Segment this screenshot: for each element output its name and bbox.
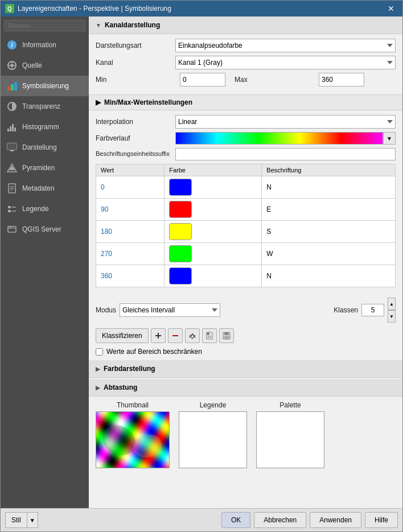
abtastung-arrow: ▶: [96, 385, 100, 391]
farbverlauf-label: Farbverlauf: [96, 134, 175, 142]
svg-rect-12: [7, 129, 9, 131]
table-row: 0N: [96, 176, 396, 199]
sidebar-item-label: Histogramm: [22, 123, 59, 131]
klassen-input[interactable]: [361, 304, 384, 316]
kanal-select[interactable]: Kanal 1 (Gray): [175, 56, 396, 69]
stil-dropdown-button[interactable]: ▼: [27, 512, 38, 528]
interpolation-select[interactable]: Linear Diskret Exakt: [175, 115, 396, 129]
qgis-server-icon: [6, 224, 18, 235]
restrict-checkbox[interactable]: [96, 348, 103, 356]
palette-label: Palette: [279, 401, 301, 409]
add-class-button[interactable]: [151, 328, 166, 343]
minmax-settings-header[interactable]: ▶ Min/Max-Werteinstellungen: [89, 94, 402, 110]
beschriftung-input[interactable]: [175, 148, 396, 160]
darstellung-icon: [6, 142, 18, 153]
min-label: Min: [96, 76, 175, 84]
interpolation-label: Interpolation: [96, 118, 175, 126]
modus-select[interactable]: Gleiches Intervall Quantil Natürliche Un…: [120, 303, 220, 317]
color-swatch[interactable]: [169, 223, 192, 240]
close-button[interactable]: ✕: [384, 3, 398, 14]
col-wert: Wert: [96, 164, 165, 176]
svg-rect-10: [14, 82, 17, 90]
cell-beschriftung: W: [262, 243, 396, 265]
titlebar: Q Layereigenschaften - Perspektive | Sym…: [1, 1, 402, 17]
sidebar-item-label: Metadaten: [22, 184, 55, 192]
svg-rect-25: [8, 206, 11, 208]
bottom-controls: Modus Gleiches Intervall Quantil Natürli…: [89, 294, 402, 326]
sidebar-item-pyramiden[interactable]: Pyramiden: [1, 158, 89, 178]
save-button[interactable]: [219, 328, 234, 343]
kanaldarstellung-arrow: ▼: [96, 22, 101, 28]
cell-beschriftung: N: [262, 176, 396, 199]
klassen-down-btn[interactable]: ▼: [388, 310, 396, 323]
color-swatch[interactable]: [169, 201, 192, 218]
sidebar-item-transparenz[interactable]: Transparenz: [1, 96, 89, 117]
invert-button[interactable]: [185, 328, 200, 343]
sidebar-item-quelle[interactable]: Quelle: [1, 55, 89, 76]
cell-wert[interactable]: 90: [96, 199, 165, 221]
abtastung-header[interactable]: ▶ Abtastung: [89, 379, 402, 397]
sidebar-item-histogramm[interactable]: Histogramm: [1, 117, 89, 137]
svg-rect-18: [10, 150, 14, 151]
gradient-dropdown-btn[interactable]: ▼: [383, 132, 396, 145]
sidebar-item-qgis-server[interactable]: QGIS Server: [1, 219, 89, 240]
sidebar-item-label: Legende: [22, 205, 49, 213]
darstellungsart-label: Darstellungsart: [96, 42, 175, 50]
color-swatch[interactable]: [169, 245, 192, 262]
hilfe-button[interactable]: Hilfe: [365, 512, 398, 528]
sidebar-item-legende[interactable]: Legende: [1, 199, 89, 219]
anwenden-button[interactable]: Anwenden: [310, 512, 361, 528]
darstellungsart-row: Darstellungsart Einkanalpseudofarbe: [96, 39, 396, 52]
search-input[interactable]: [4, 20, 85, 31]
color-swatch[interactable]: [169, 267, 192, 284]
sidebar-item-information[interactable]: i Information: [1, 35, 89, 55]
cell-wert[interactable]: 270: [96, 243, 165, 265]
sidebar-item-darstellung[interactable]: Darstellung: [1, 137, 89, 158]
max-input[interactable]: [319, 73, 364, 86]
kanaldarstellung-header[interactable]: ▼ Kanaldarstellung: [89, 17, 402, 34]
svg-point-3: [10, 64, 14, 67]
load-button[interactable]: [202, 328, 217, 343]
darstellungsart-select[interactable]: Einkanalpseudofarbe: [175, 39, 396, 52]
remove-class-button[interactable]: [168, 328, 183, 343]
sidebar-item-metadaten[interactable]: Metadaten: [1, 178, 89, 199]
color-swatch[interactable]: [169, 179, 192, 196]
sidebar-item-symbolisierung[interactable]: Symbolisierung: [1, 76, 89, 96]
svg-rect-43: [225, 337, 228, 338]
cell-wert[interactable]: 0: [96, 176, 165, 199]
symbolisierung-icon: [6, 80, 18, 92]
kanaldarstellung-content: Darstellungsart Einkanalpseudofarbe Kana…: [89, 34, 402, 94]
sidebar-item-label: Information: [22, 41, 56, 49]
table-row: 360N: [96, 265, 396, 287]
right-panel: ▼ Kanaldarstellung Darstellungsart Einka…: [89, 17, 402, 508]
farbdarstellung-header[interactable]: ▶ Farbdarstellung: [89, 360, 402, 378]
klassen-up-btn[interactable]: ▲: [388, 298, 396, 310]
sidebar: i Information Quelle Symbolisierung: [1, 17, 89, 508]
svg-rect-41: [224, 332, 229, 335]
abbrechen-button[interactable]: Abbrechen: [254, 512, 306, 528]
cell-wert[interactable]: 180: [96, 221, 165, 243]
cell-farbe: [165, 199, 262, 221]
sidebar-item-label: Pyramiden: [22, 164, 55, 172]
main-content: i Information Quelle Symbolisierung: [1, 17, 402, 508]
gradient-bar[interactable]: [175, 132, 383, 145]
stil-button[interactable]: Stil: [5, 512, 27, 528]
stil-group: Stil ▼: [5, 512, 38, 528]
col-farbe: Farbe: [165, 164, 262, 176]
legende-label: Legende: [200, 401, 227, 409]
klassifizieren-button[interactable]: Klassifizieren: [96, 328, 149, 343]
cell-wert[interactable]: 360: [96, 265, 165, 287]
farbdarstellung-title: Farbdarstellung: [104, 365, 155, 373]
app-icon: Q: [5, 4, 14, 13]
cell-farbe: [165, 176, 262, 199]
cell-beschriftung: E: [262, 199, 396, 221]
ok-button[interactable]: OK: [221, 512, 250, 528]
color-table: Wert Farbe Beschriftung 0N90E180S270W360…: [96, 164, 396, 287]
information-icon: i: [6, 39, 18, 51]
svg-rect-17: [7, 143, 17, 150]
minmax-settings-arrow: ▶: [96, 98, 101, 106]
abtastung-title: Abtastung: [104, 383, 137, 391]
sidebar-item-label: Darstellung: [22, 143, 57, 151]
min-input[interactable]: [180, 73, 225, 86]
quelle-icon: [6, 60, 18, 71]
